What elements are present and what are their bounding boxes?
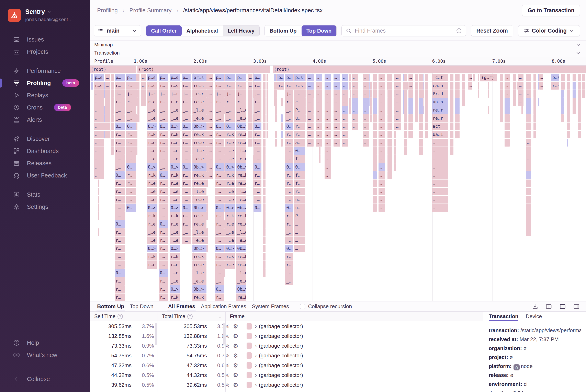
flame-frame-small[interactable] [419, 90, 423, 98]
flame-frame[interactable]: j…r [170, 90, 180, 98]
flame-frame-small[interactable] [207, 245, 208, 252]
flame-frame[interactable]: _… [285, 236, 293, 244]
flame-frame[interactable]: r… [159, 147, 168, 155]
flame-frame[interactable]: 0b…> [192, 163, 206, 171]
flame-frame-small[interactable] [373, 114, 376, 122]
flame-frame[interactable]: _e…e [192, 196, 206, 204]
tab-all-frames[interactable]: All Frames [165, 302, 198, 312]
flame-frame-small[interactable] [263, 106, 266, 114]
flame-frame[interactable]: _…e [170, 269, 180, 277]
flame-frame[interactable]: r… [285, 171, 293, 179]
flame-frame-small[interactable] [248, 139, 252, 146]
flame-frame-small[interactable] [207, 171, 208, 179]
flame-frame[interactable]: _e…e [236, 277, 246, 285]
flame-frame-small[interactable] [387, 106, 392, 114]
flame-frame-small[interactable] [561, 106, 563, 114]
flame-frame[interactable]: r… [254, 131, 261, 138]
flame-frame[interactable]: … [363, 74, 369, 82]
flame-frame[interactable]: … [378, 82, 385, 90]
flame-frame[interactable]: … [141, 74, 146, 82]
flame-frame[interactable]: r… [215, 171, 224, 179]
flame-frame[interactable]: … [432, 155, 448, 163]
flame-frame-small[interactable] [567, 106, 570, 114]
flame-frame-small[interactable] [373, 163, 376, 171]
flame-frame[interactable]: … [208, 106, 213, 114]
flame-frame-small[interactable] [500, 98, 503, 106]
flame-frame-small[interactable] [263, 228, 266, 236]
flame-frame[interactable]: … [378, 122, 385, 130]
flame-frame-small[interactable] [526, 147, 531, 155]
flame-frame-small[interactable] [450, 114, 453, 122]
flame-frame[interactable]: 0… [254, 204, 261, 212]
flame-frame-small[interactable] [404, 98, 407, 106]
flame-frame[interactable]: _…e [225, 147, 235, 155]
flame-frame[interactable]: r… [215, 253, 224, 260]
flame-frame[interactable]: _e…e [236, 155, 246, 163]
flame-frame[interactable]: j… [225, 90, 235, 98]
color-coding-button[interactable]: Color Coding [518, 25, 580, 36]
flame-frame-small[interactable] [419, 147, 423, 155]
flame-frame[interactable]: r…e [225, 180, 235, 187]
flame-frame[interactable]: r… [159, 245, 168, 252]
flame-frame-small[interactable] [98, 228, 99, 236]
flame-frame[interactable]: u… [294, 204, 305, 212]
flame-frame[interactable]: … [363, 106, 369, 114]
sidebar-item-crons[interactable]: Cronsbeta [0, 101, 90, 114]
flame-frame[interactable]: _… [225, 106, 235, 114]
flame-frame-small[interactable] [387, 163, 392, 171]
flame-frame-small[interactable] [373, 188, 376, 196]
flame-frame[interactable]: r… [215, 82, 224, 90]
flame-frame[interactable]: 0… [182, 163, 191, 171]
flame-frame[interactable]: _…e [225, 236, 235, 244]
flame-frame[interactable]: 0… [285, 245, 293, 252]
collapse-recursion-checkbox[interactable]: Collapse recursion [300, 303, 352, 310]
flame-frame-small[interactable] [533, 122, 536, 130]
flame-frame-small[interactable] [404, 122, 407, 130]
flame-frame[interactable]: _… [254, 106, 261, 114]
flame-frame[interactable]: P… [294, 106, 305, 114]
flame-frame[interactable]: _… [115, 253, 125, 260]
flame-frame-small[interactable] [533, 90, 536, 98]
flame-frame[interactable]: 0b…> [192, 122, 206, 130]
flame-frame[interactable]: r… [182, 220, 191, 228]
flame-frame[interactable]: re…r [432, 114, 448, 122]
flame-frame[interactable]: 0… [115, 220, 125, 228]
flame-frame[interactable]: 0… [285, 204, 293, 212]
flame-frame[interactable]: … [105, 82, 110, 90]
flame-frame-small[interactable] [408, 122, 413, 130]
flame-frame[interactable]: 0… [159, 122, 168, 130]
flame-frame[interactable]: _…e [147, 188, 157, 196]
flame-frame-small[interactable] [267, 82, 269, 90]
flame-frame[interactable]: f… [294, 180, 305, 187]
flame-frame[interactable]: _l…e [236, 269, 246, 277]
flame-frame[interactable]: r… [285, 131, 293, 138]
flame-frame[interactable]: … [208, 98, 213, 106]
flame-frame[interactable]: r… [126, 180, 136, 187]
flame-frame[interactable]: _… [254, 196, 261, 204]
flame-frame-small[interactable] [567, 98, 570, 106]
flame-frame[interactable]: _… [115, 106, 125, 114]
flame-frame[interactable]: … [325, 82, 331, 90]
flame-frame-small[interactable] [98, 196, 99, 204]
flame-frame-small[interactable] [488, 90, 489, 98]
flame-frame-small[interactable] [419, 131, 423, 138]
flame-frame-small[interactable] [370, 90, 372, 98]
flame-frame[interactable]: r… [159, 236, 168, 244]
flame-frame[interactable]: … [378, 139, 385, 146]
expand-chevron-icon[interactable]: › [255, 352, 257, 359]
flame-frame[interactable]: … [352, 114, 358, 122]
flame-frame[interactable]: _…e [170, 188, 180, 196]
flame-frame[interactable]: _… [182, 196, 191, 204]
flame-frame[interactable]: re…r [432, 106, 448, 114]
flame-frame-small[interactable] [373, 131, 376, 138]
flame-frame-small[interactable] [572, 90, 576, 98]
flame-frame[interactable]: … [208, 155, 213, 163]
flame-frame-small[interactable] [408, 114, 413, 122]
flame-frame[interactable]: _…e [170, 155, 180, 163]
flame-frame[interactable]: p… [159, 74, 168, 82]
flame-frame[interactable]: r… [254, 180, 261, 187]
flame-frame[interactable]: r… [215, 220, 224, 228]
flame-frame[interactable]: _… [285, 147, 293, 155]
flame-frame[interactable]: re…k [192, 253, 206, 260]
flame-frame-small[interactable] [207, 212, 208, 220]
